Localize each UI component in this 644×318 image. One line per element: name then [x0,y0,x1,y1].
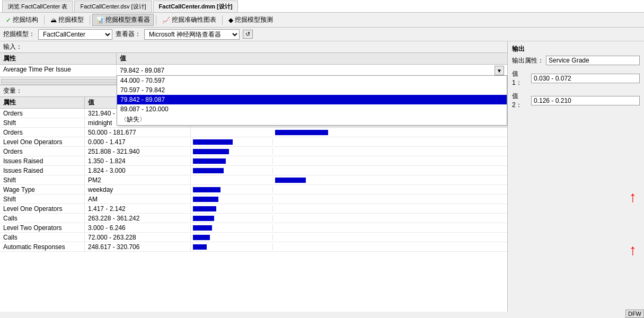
row-attr: Issues Raised [0,166,85,175]
tab-1[interactable]: 浏览 FactCallCenter 表 [2,1,73,12]
row-attr: Wage Type [0,186,85,194]
row-attr: Orders [0,147,85,156]
viewer-icon: 📊 [96,16,104,24]
toolbar-btn-structure[interactable]: ✓ 挖掘结构 [2,14,42,26]
dropdown-arrow-btn[interactable]: ▼ [495,66,504,75]
input-attr-cell: Average Time Per Issue [0,65,117,76]
row-bar2 [273,161,507,162]
dropdown-item-5[interactable]: 〈缺失〉 [117,114,507,125]
row-attr: Orders [0,109,85,118]
row-bar1 [191,187,273,193]
red-arrow-2: ↑ [629,243,637,258]
toolbar-btn-viewer[interactable]: 📊 挖掘模型查看器 [92,14,154,26]
output-val1-value: 0.030 - 0.072 [531,74,640,83]
toolbar-btn-predict[interactable]: ◆ 挖掘模型预测 [225,14,277,26]
row-value: 1.824 - 3.000 [85,166,191,175]
dropdown-item-1[interactable]: 44.000 - 70.597 [117,76,507,85]
table-row: Issues Raised 1.350 - 1.824 [0,156,507,166]
row-bar2 [273,208,507,209]
toolbar-sep-2 [90,15,90,25]
red-arrow-1: ↑ [629,190,637,205]
table-row: Calls 263.228 - 361.242 [0,214,507,223]
model-select[interactable]: FactCallCenter [38,29,112,40]
row-bar2 [273,218,507,219]
row-bar2 [273,227,507,228]
var-table-body: Orders 321.940 - 539.000 Shift midnight [0,109,507,312]
row-bar1 [191,244,273,250]
toolbar-btn-accuracy[interactable]: 📈 挖掘准确性图表 [158,14,220,26]
row-bar1 [191,139,273,145]
title-bar: 浏览 FactCallCenter 表 FactCallCenter.dsv [… [0,0,644,13]
table-row: Orders 50.000 - 181.677 [0,128,507,137]
row-bar1 [191,215,273,222]
output-val1-row: 值 1： 0.030 - 0.072 [512,69,640,87]
row-value: 263.228 - 361.242 [85,214,191,223]
input-value-cell[interactable]: 79.842 - 89.087 ▼ [117,65,507,76]
toolbar-btn-model[interactable]: ⛰ 挖掘模型 [47,14,87,26]
row-value: 0.000 - 1.417 [85,138,191,146]
model-row: 挖掘模型： FactCallCenter 查看器： Microsoft 神经网络… [0,28,644,41]
checkmark-icon: ✓ [6,16,11,24]
input-label: 输入： [0,41,507,52]
right-panel: 输出 输出属性： Service Grade 值 1： 0.030 - 0.07… [508,41,644,312]
row-bar2 [273,189,507,190]
row-bar1 [191,225,273,231]
table-row: Level One Operators 1.417 - 2.142 [0,204,507,214]
toolbar-viewer-label: 挖掘模型查看器 [105,15,150,24]
refresh-button[interactable]: ↺ [243,30,253,39]
output-attr-value: Service Grade [546,56,640,65]
row-value: 248.617 - 320.706 [85,243,191,251]
row-bar1 [191,180,273,181]
row-bar2 [273,129,507,136]
row-value: PM2 [85,176,191,184]
table-row: Automatic Responses 248.617 - 320.706 [0,242,507,252]
output-val1-label: 值 1： [512,69,529,87]
row-value: weekday [85,186,191,194]
output-attr-row: 输出属性： Service Grade [512,56,640,65]
input-data-row: Average Time Per Issue 79.842 - 89.087 ▼… [0,65,507,77]
row-attr: Automatic Responses [0,243,85,251]
table-row: Wage Type weekday [0,185,507,195]
row-value: 1.417 - 2.142 [85,205,191,213]
row-value: 3.000 - 6.246 [85,224,191,232]
output-val2-label: 值 2： [512,92,529,110]
toolbar: ✓ 挖掘结构 ⛰ 挖掘模型 📊 挖掘模型查看器 📈 挖掘准确性图表 ◆ 挖掘模型… [0,13,644,28]
dropdown-value-text: 79.842 - 89.087 [120,67,495,74]
row-attr: Orders [0,128,85,137]
row-bar2 [273,177,507,183]
row-value: 50.000 - 181.677 [85,128,191,137]
row-bar1 [191,158,273,164]
var-th-attr: 属性 [0,97,85,108]
dropdown-item-2[interactable]: 70.597 - 79.842 [117,85,507,95]
toolbar-model-label: 挖掘模型 [58,15,84,24]
row-bar1 [191,148,273,155]
input-th-value: 值 [117,53,507,64]
row-value: 1.350 - 1.824 [85,157,191,165]
toolbar-accuracy-label: 挖掘准确性图表 [172,15,216,24]
toolbar-sep-1 [44,15,45,25]
dropdown-item-4[interactable]: 89.087 - 120.000 [117,104,507,114]
row-attr: Level One Operators [0,205,85,213]
row-bar1 [191,132,273,133]
row-bar2 [273,246,507,248]
row-attr: Level One Operators [0,138,85,146]
left-panel: 输入： 属性 值 Average Time Per Issue 79.842 -… [0,41,508,312]
viewer-select[interactable]: Microsoft 神经网络查看器 [144,29,240,40]
tab-2[interactable]: FactCallCenter.dsv [设计] [74,1,152,12]
input-table-header: 属性 值 [0,52,507,65]
row-attr: Shift [0,195,85,204]
dropdown-item-3[interactable]: 79.842 - 89.087 [117,95,507,104]
tab-3[interactable]: FactCallCenter.dmm [设计] [153,1,239,12]
table-row: Orders 251.808 - 321.940 [0,147,507,156]
toolbar-predict-label: 挖掘模型预测 [235,15,273,24]
output-title: 输出 [512,45,640,54]
row-attr: Calls [0,233,85,242]
output-val2-value: 0.126 - 0.210 [531,96,640,105]
output-val2-row: 值 2： 0.126 - 0.210 [512,92,640,110]
viewer-label: 查看器： [116,30,141,39]
row-attr: Level Two Operators [0,224,85,232]
row-value: 72.000 - 263.228 [85,233,191,242]
row-bar1 [191,167,273,174]
row-attr: Shift [0,176,85,184]
accuracy-icon: 📈 [162,16,170,24]
